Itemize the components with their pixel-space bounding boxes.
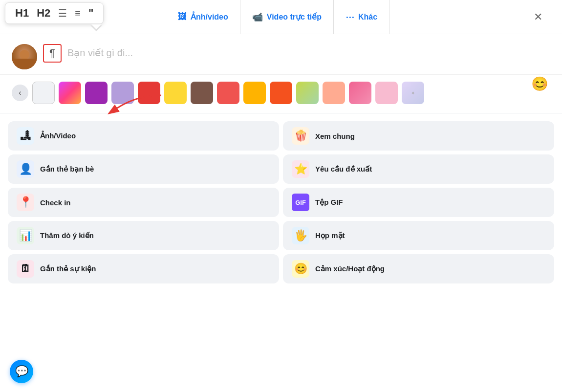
action-event-label: Gắn thẻ sự kiện <box>40 264 96 273</box>
suggest-icon: ⭐ <box>292 160 309 178</box>
messenger-icon-symbol: 💬 <box>15 365 28 378</box>
tab-live-video[interactable]: 📹 Video trực tiếp <box>240 0 334 34</box>
photo-video-icon: 🏞 <box>17 127 34 145</box>
action-hangout-button[interactable]: 🖐 Họp mặt <box>283 221 554 250</box>
action-watch-together-label: Xem chung <box>315 132 355 140</box>
action-emotion-label: Cảm xúc/Hoạt động <box>315 264 385 273</box>
live-video-tab-icon: 📹 <box>252 12 263 22</box>
action-poll-button[interactable]: 📊 Thăm dò ý kiến <box>8 221 279 250</box>
arrow-annotation <box>98 90 166 117</box>
tab-other-label: Khác <box>358 13 377 22</box>
bg-swatch-6[interactable] <box>191 82 213 104</box>
action-emotion-button[interactable]: 😊 Cảm xúc/Hoạt động <box>283 254 554 283</box>
action-tag-friend-button[interactable]: 👤 Gắn thẻ bạn bè <box>8 154 279 184</box>
action-suggest-label: Yêu cầu đề xuất <box>315 165 372 174</box>
h2-button[interactable]: H2 <box>37 7 50 20</box>
bg-swatch-7[interactable] <box>217 82 239 104</box>
formatting-toolbar: H1 H2 ☰ ≡ " <box>5 2 104 24</box>
action-suggest-button[interactable]: ⭐ Yêu cầu đề xuất <box>283 154 554 184</box>
action-watch-together-button[interactable]: 🍿 Xem chung <box>283 121 554 151</box>
bg-swatch-8[interactable] <box>243 82 266 104</box>
paragraph-icon-box[interactable]: ¶ <box>43 44 62 63</box>
bg-swatch-white[interactable] <box>32 82 55 104</box>
ordered-list-icon[interactable]: ≡ <box>75 8 81 19</box>
action-gif-label: Tệp GIF <box>315 198 343 207</box>
tab-other[interactable]: ⋯ Khác <box>334 0 389 34</box>
post-input-area: ¶ Bạn viết gì đi... <box>0 34 562 74</box>
hangout-icon: 🖐 <box>292 227 309 244</box>
checkin-icon: 📍 <box>17 194 34 211</box>
action-checkin-button[interactable]: 📍 Check in <box>8 188 279 217</box>
divider <box>0 113 562 113</box>
bg-swatch-11[interactable] <box>323 82 345 104</box>
post-input-placeholder[interactable]: Bạn viết gì đi... <box>67 44 550 59</box>
action-checkin-label: Check in <box>40 198 71 207</box>
emoji-button[interactable]: 😊 <box>531 76 548 92</box>
close-button[interactable]: ✕ <box>524 11 552 23</box>
tab-live-video-label: Video trực tiếp <box>267 12 322 22</box>
paragraph-icon: ¶ <box>49 47 55 60</box>
bg-swatch-14[interactable]: ✦ <box>402 82 424 104</box>
action-gif-button[interactable]: GIF Tệp GIF <box>283 188 554 217</box>
watch-together-icon: 🍿 <box>292 127 309 145</box>
actions-grid: 🏞 Ảnh/Video 🍿 Xem chung 👤 Gắn thẻ bạn bè… <box>0 115 562 289</box>
photo-video-tab-icon: 🖼 <box>178 12 187 22</box>
h1-button[interactable]: H1 <box>15 7 29 20</box>
other-tab-icon: ⋯ <box>346 12 354 22</box>
bg-scroll-left-button[interactable]: ‹ <box>12 85 28 101</box>
action-hangout-label: Họp mặt <box>315 231 345 240</box>
bg-swatch-1[interactable] <box>59 82 81 104</box>
tab-bar: 🖼 Ảnh/video 📹 Video trực tiếp ⋯ Khác <box>166 0 389 34</box>
unordered-list-icon[interactable]: ☰ <box>58 7 67 19</box>
bg-swatch-13[interactable] <box>375 82 398 104</box>
tab-photo-video-label: Ảnh/video <box>191 12 228 22</box>
action-poll-label: Thăm dò ý kiến <box>40 231 94 240</box>
avatar <box>12 44 37 69</box>
toolbar: H1 H2 ☰ ≡ " 🖼 Ảnh/video 📹 Video trực tiế… <box>0 0 562 34</box>
tag-friend-icon: 👤 <box>17 160 34 178</box>
tab-photo-video[interactable]: 🖼 Ảnh/video <box>166 0 240 34</box>
action-event-tag-button[interactable]: 🗓 Gắn thẻ sự kiện <box>8 254 279 283</box>
tooltip-arrow <box>90 25 102 31</box>
bg-swatch-10[interactable] <box>296 82 319 104</box>
messenger-button[interactable]: 💬 <box>10 360 33 383</box>
action-photo-video-button[interactable]: 🏞 Ảnh/Video <box>8 121 279 151</box>
emotion-icon: 😊 <box>292 260 309 278</box>
bg-swatch-9[interactable] <box>270 82 292 104</box>
action-tag-friend-label: Gắn thẻ bạn bè <box>40 165 94 174</box>
placeholder-text: Bạn viết gì đi... <box>67 47 133 59</box>
action-photo-video-label: Ảnh/Video <box>40 131 76 140</box>
gif-icon: GIF <box>292 194 309 211</box>
event-icon: 🗓 <box>17 260 34 278</box>
quote-icon[interactable]: " <box>88 7 93 20</box>
red-arrow-svg <box>98 90 166 115</box>
bg-swatch-12[interactable] <box>349 82 371 104</box>
bg-swatch-5[interactable] <box>164 82 187 104</box>
background-color-selector: ‹ ✦ <box>0 74 562 111</box>
avatar-image <box>12 44 37 69</box>
poll-icon: 📊 <box>17 227 34 244</box>
